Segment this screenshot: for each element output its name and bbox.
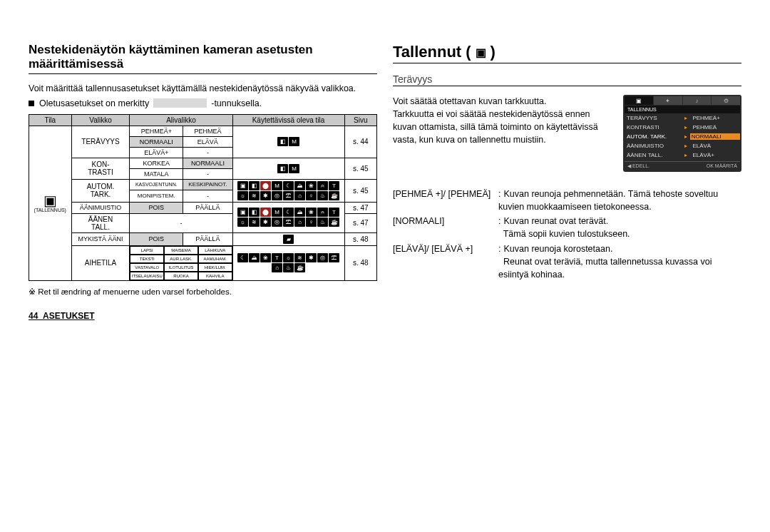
bullet-text-pre: Oletusasetukset on merkitty xyxy=(39,98,149,108)
kon-s1b: NORMAALI xyxy=(183,158,232,168)
preview-tab-camera: ▣ xyxy=(625,96,653,105)
th-submenu: Alivalikko xyxy=(130,114,232,126)
aihetila-avail: ☾⛰❀T☼ ≋✱◎⛱⌂ ♨☕ xyxy=(232,245,344,280)
teravyys-s1b: PEHMEÄ xyxy=(183,126,232,136)
kon-page: s. 45 xyxy=(344,158,377,179)
aihetila-cell: RUOKA xyxy=(164,272,198,280)
preview-row: ÄÄNEN TALL.▸ELÄVÄ+ xyxy=(625,150,740,160)
definition-row: [NORMAALI]:Kuvan reunat ovat terävät. Tä… xyxy=(393,215,741,240)
kon-s1a: KORKEA xyxy=(130,158,183,168)
kon-s2b: - xyxy=(183,168,232,179)
teravyys-s2b: ELÄVÄ xyxy=(183,136,232,147)
menu-aani: ÄÄNIMUISTIO xyxy=(71,202,130,213)
aihetila-page: s. 48 xyxy=(344,245,377,280)
lcd-menu-preview: ▣ ✦ ♪ ⚙ TALLENNUS TERÄVYYS▸PEHMEÄ+KONTRA… xyxy=(623,95,741,172)
preview-ftr-left: ◀ EDELL. xyxy=(627,163,650,169)
definition-row: [ELÄVÄ]/ [ELÄVÄ +]:Kuvan reunoja koroste… xyxy=(393,242,741,281)
menu-autom: AUTOM. TARK. xyxy=(71,179,130,202)
definition-label: [PEHMEÄ +]/ [PEHMEÄ] xyxy=(393,188,498,213)
right-body-text: Voit säätää otettavan kuvan tarkkuutta. … xyxy=(393,95,616,147)
aanen-s1: - xyxy=(130,213,232,232)
preview-row: ÄÄNIMUISTIO▸ELÄVÄ xyxy=(625,141,740,150)
aihetila-cell: TEKSTI xyxy=(130,255,164,263)
autom-s1b: KESKIPAINOT. xyxy=(183,179,232,190)
right-title-text: Tallennut ( xyxy=(393,43,471,61)
preview-tab-4: ⚙ xyxy=(712,96,740,105)
camera-icon: ▣ xyxy=(31,193,69,208)
autom-s1a: KASVOJENTUNN. xyxy=(130,179,183,190)
aihetila-cell: ILOTULITUS xyxy=(164,263,198,272)
aani-page: s. 47 xyxy=(344,202,377,213)
autom-page: s. 45 xyxy=(344,179,377,202)
left-column-title: Nestekidenäytön käyttäminen kameran aset… xyxy=(29,43,377,74)
aihetila-cell: ITSELAUKAISU xyxy=(130,272,164,280)
menu-mykista: MYKISTÄ ÄÄNI xyxy=(71,232,130,245)
mykista-s1b: PÄÄLLÄ xyxy=(183,232,232,245)
default-highlight-sample xyxy=(153,98,207,108)
teravyys-s1a: PEHMEÄ+ xyxy=(130,126,183,136)
right-column-title: Tallennut ( ▣ ) xyxy=(393,43,741,63)
aani-s1a: POIS xyxy=(130,202,183,213)
definition-label: [ELÄVÄ]/ [ELÄVÄ +] xyxy=(393,242,498,281)
preview-row: AUTOM. TARK.▸NORMAALI xyxy=(625,132,740,141)
default-marker-note: Oletusasetukset on merkitty -tunnuksella… xyxy=(29,98,377,108)
bullet-square-icon xyxy=(29,101,34,106)
page-footer: 44_ASETUKSET xyxy=(29,311,377,321)
definition-list: [PEHMEÄ +]/ [PEHMEÄ]:Kuvan reunoja pehme… xyxy=(393,188,741,281)
preview-row: KONTRASTI▸PEHMEÄ xyxy=(625,123,740,132)
aihetila-cell: LÄHIKUVA xyxy=(198,246,232,255)
preview-footer: ◀ EDELL. OK MÄÄRITÄ xyxy=(625,161,740,170)
kon-avail: ◧M xyxy=(232,158,344,179)
mode-cell: ▣ (TALLENNUS) xyxy=(29,126,72,280)
aanen-page: s. 47 xyxy=(344,213,377,232)
menu-aanen: ÄÄNEN TALL. xyxy=(71,213,130,232)
camera-icon: ▣ xyxy=(476,46,486,59)
aihetila-cell: AUR.LASK. xyxy=(164,255,198,263)
aani-s1b: PÄÄLLÄ xyxy=(183,202,232,213)
preview-header: TALLENNUS xyxy=(625,106,740,113)
aihetila-grid: LAPSIMAISEMALÄHIKUVATEKSTIAUR.LASK.AAMUH… xyxy=(130,245,232,280)
left-intro-text: Voit määrittää tallennusasetukset käyttä… xyxy=(29,83,377,96)
subsection-heading: Terävyys xyxy=(393,73,741,86)
teravyys-page: s. 44 xyxy=(344,126,377,158)
preview-row: TERÄVYYS▸PEHMEÄ+ xyxy=(625,113,740,123)
teravyys-s3b: - xyxy=(183,147,232,158)
preview-tab-3: ♪ xyxy=(683,96,712,105)
menu-kontrasti: KON- TRASTI xyxy=(71,158,130,179)
definition-desc: :Kuvan reunat ovat terävät. Tämä sopii k… xyxy=(498,215,741,240)
th-menu: Valikko xyxy=(71,114,130,126)
aihetila-cell: VASTAVALO xyxy=(130,263,164,272)
th-mode: Tila xyxy=(29,114,72,126)
definition-row: [PEHMEÄ +]/ [PEHMEÄ]:Kuvan reunoja pehme… xyxy=(393,188,741,213)
autom-avail: ▣◧⬤M☾ ⛰❀⍝T☼ ≋✱◎⛱⌂ ♀♨☕ xyxy=(232,179,344,202)
teravyys-s2a: NORMAALI xyxy=(130,136,183,147)
kon-s2a: MATALA xyxy=(130,168,183,179)
bullet-text-post: -tunnuksella. xyxy=(211,98,262,108)
teravyys-s3a: ELÄVÄ+ xyxy=(130,147,183,158)
mykista-page: s. 48 xyxy=(344,232,377,245)
teravyys-avail: ◧M xyxy=(232,126,344,158)
preview-ftr-right: OK MÄÄRITÄ xyxy=(707,163,737,169)
definition-desc: :Kuvan reunoja korostetaan. Reunat ovat … xyxy=(498,242,741,281)
mykista-avail: ▰ xyxy=(232,232,344,245)
settings-table: Tila Valikko Alivalikko Käytettävissä ol… xyxy=(29,114,377,281)
change-notice: ※ Ret til ændring af menuerne uden varse… xyxy=(29,287,377,297)
definition-label: [NORMAALI] xyxy=(393,215,498,240)
preview-tab-2: ✦ xyxy=(654,96,682,105)
autom-s2a: MONIPISTEM. xyxy=(130,190,183,202)
definition-desc: :Kuvan reunoja pehmennetään. Tämä tehost… xyxy=(498,188,741,213)
th-available: Käytettävissä oleva tila xyxy=(232,114,344,126)
aihetila-cell: KAHVILA xyxy=(198,272,232,280)
aani-avail: ▣◧⬤M☾ ⛰❀⍝T☼ ≋✱◎⛱⌂ ♀♨☕ xyxy=(232,202,344,232)
aihetila-cell: LAPSI xyxy=(130,246,164,255)
mykista-s1a: POIS xyxy=(130,232,183,245)
aihetila-cell: HIEK/LUM. xyxy=(198,263,232,272)
mode-label: (TALLENNUS) xyxy=(31,208,69,213)
autom-s2b: - xyxy=(183,190,232,202)
aihetila-cell: AAMUHAM. xyxy=(198,255,232,263)
aihetila-cell: MAISEMA xyxy=(164,246,198,255)
th-page: Sivu xyxy=(344,114,377,126)
menu-aihetila: AIHETILA xyxy=(71,245,130,280)
right-title-end: ) xyxy=(491,43,496,61)
menu-teravyys: TERÄVYYS xyxy=(71,126,130,158)
